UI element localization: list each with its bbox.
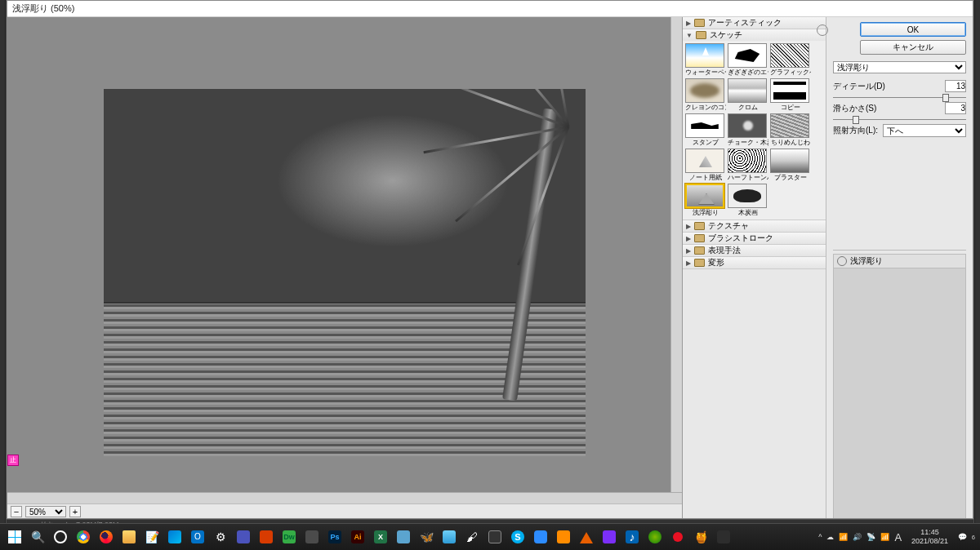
app-icon-2[interactable] <box>394 527 413 547</box>
terminal-icon[interactable] <box>714 527 733 547</box>
brush-icon[interactable]: 🖌 <box>462 527 482 547</box>
ok-button[interactable]: OK <box>860 22 966 37</box>
filter-name-select[interactable]: 浅浮彫り <box>833 61 966 73</box>
sublime-icon[interactable] <box>302 527 322 547</box>
app-icon-4[interactable]: 🍯 <box>691 527 710 547</box>
preview-canvas[interactable] <box>7 17 682 503</box>
category-texture-header[interactable]: ▶ テクスチャ <box>683 220 826 232</box>
thumb-chrome[interactable]: クロム <box>728 78 768 112</box>
skype-icon[interactable]: S <box>508 527 528 547</box>
butterfly-icon[interactable]: 🦋 <box>416 527 436 547</box>
dialog-title: 浅浮彫り (50%) <box>12 2 74 15</box>
thumb-reticulation[interactable]: ちりめんじわ <box>770 113 811 147</box>
filter-gallery-dialog: 浅浮彫り (50%) 止 − <box>7 0 973 519</box>
visibility-icon[interactable] <box>837 256 847 266</box>
zoom-out-button[interactable]: − <box>11 506 22 517</box>
thumb-note-paper[interactable]: ノート用紙 <box>685 149 726 182</box>
taskbar-clock[interactable]: 11:45 2021/08/21 <box>911 528 948 546</box>
smoothness-label: 滑らかさ(S) <box>833 103 876 114</box>
dreamweaver-icon[interactable]: Dw <box>279 527 299 547</box>
thumb-water-paper[interactable]: ウォーターペーパ <box>685 43 726 77</box>
cancel-button[interactable]: キャンセル <box>860 40 966 55</box>
thumb-chalk-charcoal[interactable]: チョーク・木炭画 <box>728 113 768 147</box>
detail-label: ディテール(D) <box>833 81 885 92</box>
media-icon[interactable] <box>554 527 573 547</box>
irfanview-icon[interactable] <box>485 527 505 547</box>
tray-wifi-icon[interactable]: 📶 <box>880 533 889 541</box>
photos-icon[interactable] <box>165 527 185 547</box>
zoom-icon[interactable] <box>531 527 550 547</box>
category-artistic: ▶ アーティスティック <box>683 17 826 29</box>
expand-icon: ▶ <box>686 235 691 242</box>
preview-scrollbar-horizontal[interactable] <box>7 492 682 503</box>
smoothness-input[interactable] <box>945 102 966 114</box>
teams-icon[interactable] <box>234 527 253 547</box>
expand-icon: ▶ <box>686 259 691 267</box>
category-distort-header[interactable]: ▶ 変形 <box>683 257 826 268</box>
tray-volume-icon[interactable]: 🔊 <box>853 533 862 541</box>
vlc-icon[interactable] <box>577 527 596 547</box>
category-label: スケッチ <box>710 29 742 41</box>
thumb-halftone-pattern[interactable]: ハーフトーンパターン <box>728 149 768 182</box>
tray-onedrive-icon[interactable]: ☁ <box>826 533 834 541</box>
zoom-in-button[interactable]: + <box>69 506 81 517</box>
notification-badge: 6 <box>972 534 975 540</box>
category-label: 変形 <box>708 257 724 268</box>
category-label: アーティスティック <box>708 17 782 29</box>
clock-time: 11:45 <box>911 528 948 537</box>
effect-layer-row[interactable]: 浅浮彫り <box>833 254 966 268</box>
explorer-icon[interactable] <box>119 527 139 547</box>
system-tray: ^ ☁ 📶 🔊 📡 📶 A 11:45 2021/08/21 💬 6 <box>818 528 975 546</box>
category-sketch-header[interactable]: ▼ スケッチ <box>683 29 826 41</box>
record-icon[interactable] <box>668 527 688 547</box>
tray-ime-icon[interactable]: A <box>894 531 902 543</box>
thumb-conte-crayon[interactable]: クレヨンのコンテ画 <box>685 78 726 112</box>
chrome-icon[interactable] <box>74 527 93 547</box>
outlook-icon[interactable]: O <box>188 527 207 547</box>
app-icon-1[interactable] <box>256 527 276 547</box>
settings-icon[interactable]: ⚙ <box>211 527 230 547</box>
status-text: ドキュメ：7.03M/7.03M <box>39 521 119 523</box>
folder-icon <box>696 31 706 39</box>
category-brushstroke-header[interactable]: ▶ ブラシストローク <box>683 233 826 244</box>
app-icon-purple[interactable] <box>599 527 619 547</box>
firefox-icon[interactable] <box>96 527 116 547</box>
light-direction-label: 照射方向(L): <box>833 125 878 136</box>
stop-badge: 止 <box>7 455 19 466</box>
expand-icon: ▶ <box>686 20 691 27</box>
thumb-stamp[interactable]: スタンプ <box>685 113 726 147</box>
notepad-icon[interactable]: 📝 <box>142 527 162 547</box>
illustrator-icon[interactable]: Ai <box>348 527 368 547</box>
app-icon-3[interactable] <box>439 527 459 547</box>
thumb-charcoal[interactable]: 木炭画 <box>728 184 768 217</box>
thumb-bas-relief[interactable]: 浅浮彫り <box>685 184 726 217</box>
photoshop-icon[interactable]: Ps <box>325 527 345 547</box>
app-status-bar: ドキュメ：7.03M/7.03M <box>7 520 973 523</box>
detail-input[interactable] <box>945 80 966 92</box>
thumb-torn-edges[interactable]: ぎざぎざのエッジ <box>728 43 768 77</box>
tray-network-icon[interactable]: 📡 <box>866 533 875 541</box>
thumb-photocopy[interactable]: コピー <box>770 78 811 112</box>
app-icon-green[interactable] <box>645 527 665 547</box>
search-icon[interactable]: 🔍 <box>28 527 47 547</box>
tray-chevron-icon[interactable]: ^ <box>818 533 822 541</box>
tray-bluetooth-icon[interactable]: 📶 <box>839 533 848 541</box>
category-artistic-header[interactable]: ▶ アーティスティック <box>683 17 826 29</box>
preview-scrollbar-vertical[interactable] <box>670 17 682 492</box>
folder-icon <box>694 259 705 267</box>
cortana-icon[interactable] <box>51 527 70 547</box>
thumb-plaster[interactable]: プラスター <box>770 149 811 182</box>
category-label: テクスチャ <box>708 220 749 232</box>
param-detail: ディテール(D) <box>833 80 966 92</box>
category-stylize-header[interactable]: ▶ 表現手法 <box>683 245 826 256</box>
light-direction-select[interactable]: 下へ <box>883 124 966 137</box>
excel-icon[interactable]: X <box>371 527 390 547</box>
clock-date: 2021/08/21 <box>911 537 948 546</box>
zoom-select[interactable]: 50% <box>25 506 66 517</box>
button-row: OK キャンセル <box>833 22 966 55</box>
dialog-titlebar: 浅浮彫り (50%) <box>7 1 973 17</box>
start-button[interactable] <box>5 527 24 547</box>
music-icon[interactable]: ♪ <box>622 527 642 547</box>
notification-icon[interactable]: 💬 <box>958 533 967 541</box>
thumb-graphic-pen[interactable]: グラフィックペン <box>770 43 811 77</box>
